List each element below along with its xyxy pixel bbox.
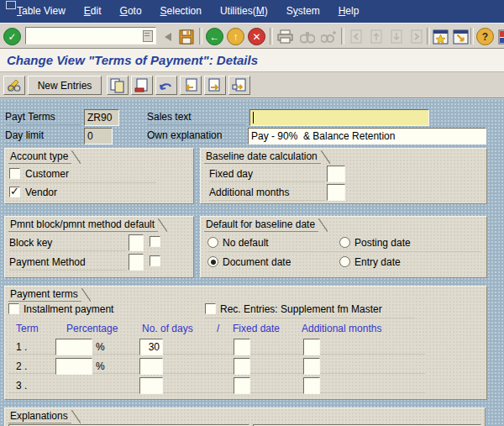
find-next-icon[interactable] xyxy=(318,27,338,46)
display-change-icon[interactable] xyxy=(3,76,25,95)
menu-edit[interactable]: Edit xyxy=(84,5,102,17)
additional-months-field-1[interactable] xyxy=(303,339,320,355)
payt-terms-field[interactable]: ZR90 xyxy=(84,109,119,126)
new-entries-button[interactable]: New Entries xyxy=(28,76,102,95)
menu-help[interactable]: Help xyxy=(339,5,360,17)
previous-entry-icon[interactable] xyxy=(180,76,202,95)
new-session-icon[interactable] xyxy=(431,27,450,46)
column-additional-months: Additional months xyxy=(302,323,381,336)
day-limit-field[interactable]: 0 xyxy=(84,128,113,145)
no-default-radio[interactable] xyxy=(207,237,218,248)
column-fixed-date: Fixed date xyxy=(233,323,280,336)
menu-utilities[interactable]: Utilities(M) xyxy=(220,5,268,17)
term-row-label: 3 . xyxy=(16,380,27,393)
additional-months-label: Additional months xyxy=(209,187,289,200)
cancel-icon[interactable]: ✕ xyxy=(247,27,266,46)
create-shortcut-icon[interactable] xyxy=(451,27,470,46)
document-date-radio[interactable] xyxy=(207,256,218,267)
additional-months-field-3[interactable] xyxy=(303,377,320,394)
delete-icon[interactable] xyxy=(131,76,153,95)
customer-checkbox[interactable] xyxy=(9,168,20,179)
other-entry-icon[interactable] xyxy=(228,76,250,95)
rec-entries-label: Rec. Entries: Supplement fm Master xyxy=(220,303,382,317)
percentage-field-2[interactable] xyxy=(55,358,92,375)
additional-months-field-2[interactable] xyxy=(303,358,320,375)
column-term: Term xyxy=(16,323,39,336)
days-field-2[interactable] xyxy=(139,358,163,375)
application-toolbar: New Entries xyxy=(0,72,504,98)
block-key-checkbox[interactable] xyxy=(150,236,160,247)
column-no-of-days: No. of days xyxy=(142,323,193,336)
standard-toolbar: ✓ ← ↑ ✕ xyxy=(0,23,504,49)
fixed-date-field-2[interactable] xyxy=(234,358,250,375)
percentage-field-1[interactable] xyxy=(55,339,92,355)
posting-date-radio[interactable] xyxy=(339,237,350,248)
collapse-icon[interactable] xyxy=(162,27,174,46)
entry-date-radio[interactable] xyxy=(339,256,350,267)
next-entry-icon[interactable] xyxy=(204,76,226,95)
fixed-day-field[interactable] xyxy=(327,166,345,182)
title-bar: Change View "Terms of Payment": Details xyxy=(0,49,504,72)
last-page-icon[interactable] xyxy=(407,27,426,46)
back-icon[interactable]: ← xyxy=(205,27,224,46)
fixed-date-field-1[interactable] xyxy=(234,339,250,355)
system-window-icon xyxy=(6,1,16,9)
menu-system[interactable]: System xyxy=(286,5,320,17)
groupbox-diagonal xyxy=(321,150,330,164)
next-page-icon[interactable] xyxy=(386,27,406,46)
find-icon[interactable] xyxy=(297,27,317,46)
menu-goto[interactable]: Goto xyxy=(120,5,142,17)
groupbox-diagonal xyxy=(71,150,81,164)
fixed-date-field-3[interactable] xyxy=(234,377,250,394)
days-field-3[interactable] xyxy=(139,377,163,394)
command-input[interactable] xyxy=(25,27,156,45)
save-icon[interactable] xyxy=(176,27,196,46)
rec-entries-checkbox[interactable] xyxy=(205,303,216,314)
customize-layout-icon[interactable] xyxy=(496,27,504,46)
undo-icon[interactable] xyxy=(155,76,177,95)
page-title: Change View "Terms of Payment": Details xyxy=(7,53,258,67)
percent-sign: % xyxy=(96,341,105,355)
previous-page-icon[interactable] xyxy=(366,27,386,46)
sales-text-field[interactable] xyxy=(249,109,429,126)
first-page-icon[interactable] xyxy=(346,27,365,46)
menu-selection[interactable]: Selection xyxy=(160,5,202,17)
vendor-checkbox[interactable] xyxy=(9,187,20,197)
payment-method-field[interactable] xyxy=(129,254,144,271)
default-baseline-date-group: Default for baseline date No default Pos… xyxy=(200,216,487,278)
payment-terms-title: Payment terms xyxy=(8,288,81,302)
installment-payment-checkbox[interactable] xyxy=(8,303,19,314)
exit-icon[interactable]: ↑ xyxy=(226,27,245,46)
payment-method-label: Payment Method xyxy=(9,256,86,270)
days-field-1[interactable]: 30 xyxy=(139,339,163,355)
fixed-day-label: Fixed day xyxy=(209,168,253,181)
pmnt-block-group: Pmnt block/pmnt method default Block key… xyxy=(4,216,194,278)
account-type-group: Account type Customer Vendor xyxy=(4,148,194,204)
block-key-field[interactable] xyxy=(129,234,144,251)
column-slash: / xyxy=(217,323,219,336)
no-default-label: No default xyxy=(223,237,269,250)
block-key-label: Block key xyxy=(9,237,52,250)
menu-table-view[interactable]: Table View xyxy=(17,5,66,17)
own-explanation-label: Own explanation xyxy=(147,129,245,144)
additional-months-field[interactable] xyxy=(327,184,345,201)
menu-bar: Table View Edit Goto Selection Utilities… xyxy=(0,0,504,23)
customer-label: Customer xyxy=(25,168,69,181)
enter-icon[interactable]: ✓ xyxy=(3,27,22,46)
installment-payment-label: Installment payment xyxy=(24,303,113,317)
groupbox-diagonal xyxy=(318,218,328,232)
document-date-label: Document date xyxy=(223,256,291,270)
entry-date-label: Entry date xyxy=(354,256,401,270)
payment-method-checkbox[interactable] xyxy=(150,255,160,266)
day-limit-label: Day limit xyxy=(5,129,81,144)
default-baseline-date-title: Default for baseline date xyxy=(204,218,318,232)
groupbox-diagonal xyxy=(71,410,81,423)
command-history-icon[interactable] xyxy=(143,30,153,42)
help-icon[interactable]: ? xyxy=(475,27,495,46)
term-row-label: 2 . xyxy=(16,360,27,374)
print-icon[interactable] xyxy=(276,27,295,46)
baseline-date-calculation-group: Baseline date calculation Fixed day Addi… xyxy=(200,148,487,204)
pmnt-block-title: Pmnt block/pmnt method default xyxy=(8,218,158,232)
copy-as-icon[interactable] xyxy=(107,76,129,95)
own-explanation-field[interactable]: Pay - 90% & Balance Retention xyxy=(248,128,486,145)
